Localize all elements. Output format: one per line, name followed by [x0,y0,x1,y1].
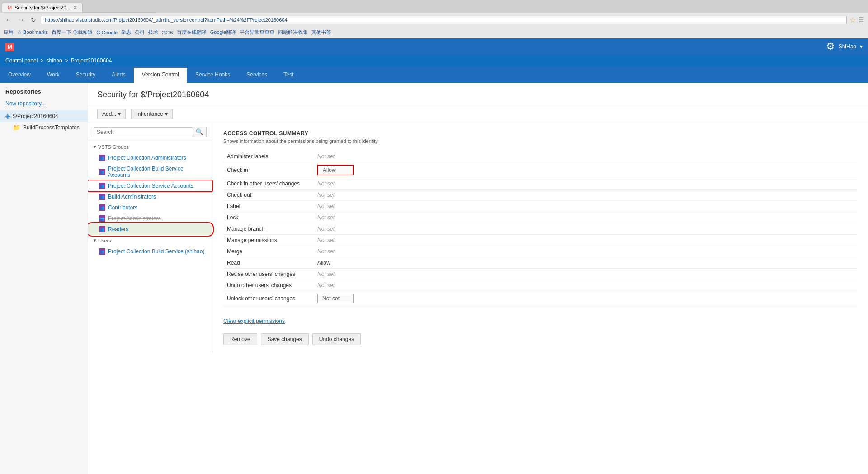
perm-row-lock: Lock Not set [223,212,857,223]
search-button[interactable]: 🔍 [193,127,207,137]
bookmarks-bar: 应用 ☆ Bookmarks 百度一下,你就知道 G Google 杂志 公司 … [0,27,868,38]
group-label-contributors: Contributors [108,204,137,211]
forward-button[interactable]: → [16,15,26,24]
perm-unlock-highlight: Not set [317,294,354,303]
group-icon-build-service-shihao: 👥 [99,248,105,255]
bookmark-google[interactable]: G Google [96,30,118,35]
inheritance-dropdown-icon: ▾ [165,111,168,117]
group-label-collection-build-service: Project Collection Build Service Account… [108,166,207,178]
sidebar-item-build-templates[interactable]: 📁 BuildProcessTemplates [0,122,88,133]
close-tab-button[interactable]: ✕ [73,5,77,10]
tab-alerts[interactable]: Alerts [104,68,134,83]
bookmark-baidu[interactable]: 百度一下,你就知道 [52,29,93,36]
perm-value-manage-branch: Not set [314,223,857,235]
sidebar-item-project-label: $/Project20160604 [13,113,58,119]
breadcrumb-shihao[interactable]: shihao [46,57,62,64]
perm-value-administer-labels: Not set [314,151,857,162]
save-changes-button[interactable]: Save changes [261,333,309,345]
undo-changes-button[interactable]: Undo changes [312,333,361,345]
group-item-collection-admins[interactable]: 👥 Project Collection Administrators [88,152,212,163]
remove-button[interactable]: Remove [223,333,257,345]
users-header[interactable]: ▾ Users [88,235,212,246]
perm-value-merge: Not set [314,246,857,257]
vsts-logo-icon: M [5,43,14,51]
clear-permissions-link[interactable]: Clear explicit permissions [223,318,285,324]
group-item-contributors[interactable]: 👥 Contributors [88,202,212,213]
bookmark-issues[interactable]: 问题解决收集 [278,29,308,36]
tab-bar: M Security for $/Project20... ✕ [0,0,868,13]
perm-value-undo-others: Not set [314,280,857,291]
browser-tab[interactable]: M Security for $/Project20... ✕ [2,3,83,12]
bookmark-2016[interactable]: 2016 [162,30,173,35]
back-button[interactable]: ← [4,15,14,24]
perm-name-administer-labels: Administer labels [223,151,314,162]
address-bar-input[interactable] [41,16,847,24]
perm-value-read: Allow [314,257,857,269]
sidebar-item-project[interactable]: ◈ $/Project20160604 [0,110,88,122]
acl-title: ACCESS CONTROL SUMMARY [223,130,857,137]
perm-row-undo-others: Undo other users' changes Not set [223,280,857,291]
perm-check-in-highlight: Allow [317,165,354,175]
vsts-groups-collapse-icon: ▾ [94,144,96,150]
add-button[interactable]: Add... ▾ [97,109,126,119]
users-label: Users [98,238,111,243]
group-label-collection-admins: Project Collection Administrators [108,155,186,161]
breadcrumb: Control panel > shihao > Project20160604 [0,55,868,66]
bookmark-baidu-translate[interactable]: 百度在线翻译 [177,29,207,36]
bookmark-google-translate[interactable]: Google翻译 [210,29,236,36]
bookmark-platform[interactable]: 平台异常查查查 [240,29,274,36]
user-name[interactable]: ShiHao [839,43,856,50]
perm-value-revise-others: Not set [314,269,857,280]
bookmark-other[interactable]: 其他书签 [311,29,331,36]
user-dropdown-icon[interactable]: ▾ [860,43,863,50]
breadcrumb-sep2: > [65,57,68,64]
perm-row-check-out: Check out Not set [223,190,857,201]
bookmark-apps[interactable]: 应用 [4,29,14,36]
breadcrumb-control-panel[interactable]: Control panel [5,57,38,64]
circle-annotation-readers [88,222,214,237]
search-input[interactable] [94,127,193,137]
permissions-panel: ACCESS CONTROL SUMMARY Shows information… [212,123,868,352]
tab-version-control[interactable]: Version Control [134,68,187,83]
project-icon: ◈ [5,113,10,119]
tab-services[interactable]: Services [238,68,275,83]
add-dropdown-icon: ▾ [118,111,121,117]
perm-name-unlock-others: Unlock other users' changes [223,291,314,306]
menu-icon[interactable]: ☰ [859,16,864,24]
breadcrumb-sep1: > [40,57,43,64]
header-right: ⚙ ShiHao ▾ [826,41,863,52]
perm-value-lock: Not set [314,212,857,223]
perm-value-check-in-others: Not set [314,178,857,190]
group-item-project-admins[interactable]: 👥 Project Administrators [88,213,212,224]
bookmark-company[interactable]: 公司 [135,29,145,36]
group-item-build-service-shihao[interactable]: 👥 Project Collection Build Service (shih… [88,246,212,257]
group-icon-readers: 👥 [99,226,105,232]
breadcrumb-project[interactable]: Project20160604 [71,57,112,64]
new-repository-button[interactable]: New repository... [0,99,88,110]
star-icon[interactable]: ☆ [849,16,856,24]
group-item-readers[interactable]: 👥 Readers [88,224,212,235]
perm-row-revise-others: Revise other users' changes Not set [223,269,857,280]
refresh-button[interactable]: ↻ [29,15,38,24]
vsts-groups-header[interactable]: ▾ VSTS Groups [88,141,212,152]
tab-security[interactable]: Security [68,68,104,83]
users-collapse-icon: ▾ [94,237,96,243]
perm-name-lock: Lock [223,212,314,223]
tab-work[interactable]: Work [39,68,68,83]
app-logo[interactable]: M [5,43,16,50]
tab-test[interactable]: Test [275,68,302,83]
bookmark-bookmarks[interactable]: ☆ Bookmarks [17,29,48,35]
group-item-build-admins[interactable]: 👥 Build Administrators [88,191,212,202]
group-item-collection-service-accounts[interactable]: 👥 Project Collection Service Accounts [88,180,212,191]
tab-service-hooks[interactable]: Service Hooks [187,68,238,83]
perm-row-check-in-others: Check in other users' changes Not set [223,178,857,190]
perm-value-check-in: Allow [314,162,857,178]
perm-name-merge: Merge [223,246,314,257]
action-buttons: Remove Save changes Undo changes [223,333,857,345]
bookmark-misc[interactable]: 杂志 [121,29,131,36]
gear-icon[interactable]: ⚙ [826,41,835,52]
group-item-collection-build-service[interactable]: 👥 Project Collection Build Service Accou… [88,163,212,180]
inheritance-button[interactable]: Inheritance ▾ [131,109,172,119]
tab-overview[interactable]: Overview [0,68,39,83]
bookmark-tech[interactable]: 技术 [148,29,158,36]
